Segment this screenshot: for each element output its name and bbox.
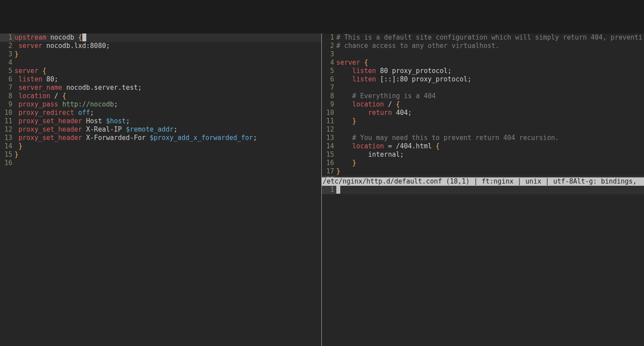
line-number: 12 bbox=[0, 125, 15, 134]
line-number: 9 bbox=[322, 100, 336, 109]
editor-line[interactable]: 3 bbox=[322, 50, 644, 59]
line-content[interactable]: # You may need this to prevent return 40… bbox=[336, 134, 644, 142]
line-number: 3 bbox=[0, 50, 15, 59]
editor-line[interactable]: 12 proxy_set_header X-Real-IP $remote_ad… bbox=[0, 125, 321, 134]
line-content[interactable]: server nocodb.lxd:8080; bbox=[15, 42, 321, 50]
editor-line[interactable]: 2# chance access to any other virtualhos… bbox=[322, 42, 644, 50]
statusbar-right-top: /etc/nginx/http.d/default.conf (18,1) | … bbox=[322, 177, 644, 186]
editor-line[interactable]: 4server { bbox=[322, 59, 644, 67]
line-number: 3 bbox=[322, 50, 336, 59]
line-number: 11 bbox=[322, 117, 336, 125]
editor-line[interactable]: 5 listen 80 proxy_protocol; bbox=[322, 67, 644, 75]
line-content[interactable]: proxy_set_header X-Real-IP $remote_addr; bbox=[15, 125, 321, 134]
editor-line[interactable]: 11 proxy_set_header Host $host; bbox=[0, 117, 321, 125]
line-content[interactable] bbox=[336, 125, 644, 134]
line-number: 4 bbox=[322, 59, 336, 67]
line-number: 4 bbox=[0, 59, 15, 67]
line-number: 15 bbox=[0, 151, 15, 159]
line-content[interactable] bbox=[336, 186, 644, 194]
line-number: 16 bbox=[322, 159, 336, 167]
line-content[interactable]: # chance access to any other virtualhost… bbox=[336, 42, 644, 50]
editor-line[interactable]: 5server { bbox=[0, 67, 321, 75]
line-content[interactable]: proxy_redirect off; bbox=[15, 109, 321, 117]
line-content[interactable]: listen 80 proxy_protocol; bbox=[336, 67, 644, 75]
line-content[interactable]: location = /404.html { bbox=[336, 142, 644, 151]
line-content[interactable] bbox=[15, 159, 321, 167]
line-content[interactable]: } bbox=[336, 167, 644, 176]
line-content[interactable]: listen 80; bbox=[15, 75, 321, 84]
line-number: 2 bbox=[0, 42, 15, 50]
line-number: 14 bbox=[0, 142, 15, 151]
editor-line[interactable]: 16 } bbox=[322, 159, 644, 167]
line-number: 10 bbox=[322, 109, 336, 117]
editor-line[interactable]: 7 server_name nocodb.server.test; bbox=[0, 84, 321, 92]
line-content[interactable]: } bbox=[15, 50, 321, 59]
line-content[interactable]: internal; bbox=[336, 151, 644, 159]
editor-line[interactable]: 10 proxy_redirect off; bbox=[0, 109, 321, 117]
line-content[interactable]: upstream nocodb { bbox=[15, 33, 321, 42]
editor-line[interactable]: 10 return 404; bbox=[322, 109, 644, 117]
line-number: 1 bbox=[0, 33, 15, 42]
editor-line[interactable]: 11 } bbox=[322, 117, 644, 125]
line-number: 2 bbox=[322, 42, 336, 50]
line-content[interactable]: server { bbox=[336, 59, 644, 67]
line-content[interactable]: location / { bbox=[15, 92, 321, 100]
line-content[interactable]: } bbox=[15, 151, 321, 159]
editor-line[interactable]: 9 proxy_pass http://nocodb; bbox=[0, 100, 321, 109]
editor-line[interactable]: 6 listen 80; bbox=[0, 75, 321, 84]
line-number: 6 bbox=[0, 75, 15, 84]
line-content[interactable]: return 404; bbox=[336, 109, 644, 117]
right-pane: 1# This is a default site configuration … bbox=[322, 33, 644, 346]
line-content[interactable]: server_name nocodb.server.test; bbox=[15, 84, 321, 92]
editor-line[interactable]: 7 bbox=[322, 84, 644, 92]
line-number: 9 bbox=[0, 100, 15, 109]
line-number: 8 bbox=[322, 92, 336, 100]
line-number: 7 bbox=[322, 84, 336, 92]
line-content[interactable]: } bbox=[336, 117, 644, 125]
editor-line[interactable]: 13 proxy_set_header X-Forwarded-For $pro… bbox=[0, 134, 321, 142]
editor-line[interactable]: 17} bbox=[322, 167, 644, 176]
line-number: 6 bbox=[322, 75, 336, 84]
line-content[interactable]: server { bbox=[15, 67, 321, 75]
line-content[interactable]: listen [::]:80 proxy_protocol; bbox=[336, 75, 644, 84]
editor-line[interactable]: 1upstream nocodb { bbox=[0, 33, 321, 42]
editor-line[interactable]: 15 internal; bbox=[322, 151, 644, 159]
line-number: 13 bbox=[0, 134, 15, 142]
line-content[interactable]: } bbox=[15, 142, 321, 151]
editor-line[interactable]: 6 listen [::]:80 proxy_protocol; bbox=[322, 75, 644, 84]
left-pane: 1upstream nocodb { 2 server nocodb.lxd:8… bbox=[0, 33, 322, 346]
editor-right-bottom[interactable]: 1 bbox=[322, 186, 644, 346]
editor-line[interactable]: 13 # You may need this to prevent return… bbox=[322, 134, 644, 142]
line-number: 7 bbox=[0, 84, 15, 92]
line-content[interactable]: # Everything is a 404 bbox=[336, 92, 644, 100]
editor-line[interactable]: 12 bbox=[322, 125, 644, 134]
editor-left[interactable]: 1upstream nocodb { 2 server nocodb.lxd:8… bbox=[0, 33, 321, 346]
line-content[interactable]: proxy_pass http://nocodb; bbox=[15, 100, 321, 109]
line-content[interactable] bbox=[336, 84, 644, 92]
editor-line[interactable]: 14 location = /404.html { bbox=[322, 142, 644, 151]
editor-line[interactable]: 16 bbox=[0, 159, 321, 167]
line-number: 13 bbox=[322, 134, 336, 142]
editor-line[interactable]: 4 bbox=[0, 59, 321, 67]
editor-right-top[interactable]: 1# This is a default site configuration … bbox=[322, 33, 644, 177]
line-content[interactable]: } bbox=[336, 159, 644, 167]
editor-line[interactable]: 1 bbox=[322, 186, 644, 194]
editor-line[interactable]: 8 location / { bbox=[0, 92, 321, 100]
line-number: 16 bbox=[0, 159, 15, 167]
editor-line[interactable]: 15} bbox=[0, 151, 321, 159]
editor-line[interactable]: 9 location / { bbox=[322, 100, 644, 109]
editor-line[interactable]: 2 server nocodb.lxd:8080; bbox=[0, 42, 321, 50]
line-content[interactable]: location / { bbox=[336, 100, 644, 109]
line-content[interactable]: proxy_set_header Host $host; bbox=[15, 117, 321, 125]
line-number: 5 bbox=[0, 67, 15, 75]
editor-line[interactable]: 14 } bbox=[0, 142, 321, 151]
line-content[interactable]: proxy_set_header X-Forwarded-For $proxy_… bbox=[15, 134, 321, 142]
line-content[interactable] bbox=[336, 50, 644, 59]
editor-line[interactable]: 3} bbox=[0, 50, 321, 59]
line-number: 10 bbox=[0, 109, 15, 117]
line-content[interactable]: # This is a default site configuration w… bbox=[336, 33, 644, 42]
line-content[interactable] bbox=[15, 59, 321, 67]
editor-line[interactable]: 1# This is a default site configuration … bbox=[322, 33, 644, 42]
editor-line[interactable]: 8 # Everything is a 404 bbox=[322, 92, 644, 100]
line-number: 1 bbox=[322, 186, 336, 194]
